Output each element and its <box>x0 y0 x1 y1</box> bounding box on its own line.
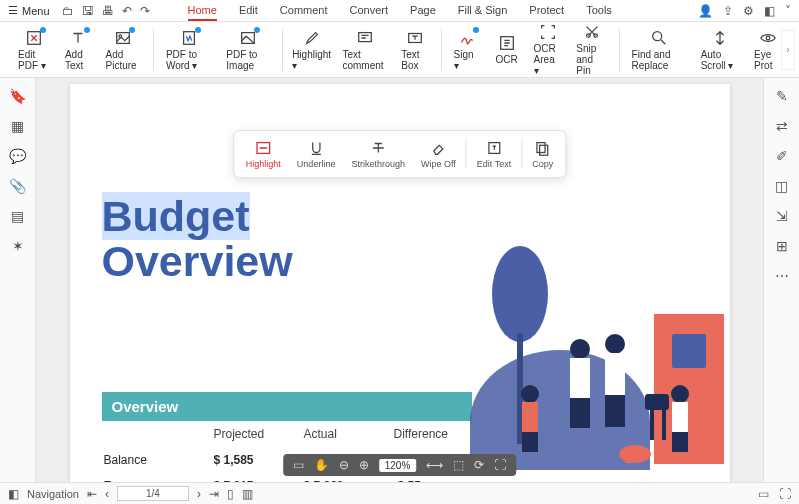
hand-tool-icon[interactable]: ✋ <box>314 458 329 472</box>
svg-rect-27 <box>625 449 631 463</box>
tab-protect[interactable]: Protect <box>529 1 564 21</box>
nav-toggle-icon[interactable]: ◧ <box>8 487 19 501</box>
snip-pin-button[interactable]: Snip and Pin <box>570 19 613 80</box>
fit-width-icon[interactable]: ⟷ <box>426 458 443 472</box>
ocr-button[interactable]: OCR <box>488 30 526 69</box>
svg-rect-30 <box>662 410 666 440</box>
float-strikethrough[interactable]: Strikethrough <box>343 135 413 173</box>
svg-point-17 <box>570 339 590 359</box>
zoom-level[interactable]: 120% <box>379 459 417 472</box>
single-page-icon[interactable]: ▯ <box>227 487 234 501</box>
attachment-icon[interactable]: 📎 <box>9 178 26 194</box>
tab-home[interactable]: Home <box>188 1 217 21</box>
undo-icon[interactable]: ↶ <box>122 4 132 18</box>
view-toolbar: ▭ ✋ ⊖ ⊕ 120% ⟷ ⬚ ⟳ ⛶ <box>283 454 517 476</box>
skin-icon[interactable]: ◧ <box>764 4 775 18</box>
text-box-button[interactable]: Text Box <box>395 25 435 75</box>
main-tabs: Home Edit Comment Convert Page Fill & Si… <box>188 1 612 21</box>
comments-icon[interactable]: 💬 <box>9 148 26 164</box>
col-actual: Actual <box>302 421 392 447</box>
save-icon[interactable]: 🖫 <box>82 4 94 18</box>
left-sidebar: 🔖 ▦ 💬 📎 ▤ ✶ <box>0 78 36 482</box>
crop-icon[interactable]: ◫ <box>775 178 788 194</box>
bookmark-icon[interactable]: 🔖 <box>9 88 26 104</box>
print-icon[interactable]: 🖶 <box>102 4 114 18</box>
tab-fill-sign[interactable]: Fill & Sign <box>458 1 508 21</box>
svg-rect-29 <box>650 410 654 440</box>
redo-icon[interactable]: ↷ <box>140 4 150 18</box>
share-icon[interactable]: ⇪ <box>723 4 733 18</box>
svg-point-10 <box>653 31 662 40</box>
row-label: Expenses <box>102 473 212 482</box>
open-icon[interactable]: 🗀 <box>62 4 74 18</box>
more-icon[interactable]: ⋯ <box>775 268 789 284</box>
tab-convert[interactable]: Convert <box>350 1 389 21</box>
expand-icon[interactable]: ⛶ <box>779 487 791 501</box>
first-page-icon[interactable]: ⇤ <box>87 487 97 501</box>
tab-edit[interactable]: Edit <box>239 1 258 21</box>
svg-rect-16 <box>522 432 538 452</box>
row-label: Balance <box>102 447 212 473</box>
svg-point-20 <box>605 334 625 354</box>
highlight-button[interactable]: Highlight ▾ <box>289 25 335 75</box>
user-icon[interactable]: 👤 <box>698 4 713 18</box>
menu-label: Menu <box>22 5 50 17</box>
layers-icon[interactable]: ▤ <box>11 208 24 224</box>
quick-access: 🗀 🖫 🖶 ↶ ↷ <box>62 4 150 18</box>
collapse-icon[interactable]: ˅ <box>785 4 791 18</box>
page-indicator[interactable]: 1/4 <box>117 486 189 501</box>
add-picture-button[interactable]: Add Picture <box>100 25 148 75</box>
menu-button[interactable]: ☰ Menu <box>8 4 50 17</box>
col-projected: Projected <box>212 421 302 447</box>
select-tool-icon[interactable]: ▭ <box>293 458 304 472</box>
ribbon-scroll-right[interactable]: › <box>781 30 795 70</box>
fit-page-icon[interactable]: ⬚ <box>453 458 464 472</box>
ocr-area-button[interactable]: OCR Area ▾ <box>528 19 569 80</box>
right-sidebar: ✎ ⇄ ✐ ◫ ⇲ ⊞ ⋯ <box>763 78 799 482</box>
edit-pdf-button[interactable]: Edit PDF ▾ <box>12 25 57 75</box>
read-mode-icon[interactable]: ▭ <box>758 487 769 501</box>
svg-rect-22 <box>605 395 625 427</box>
float-highlight[interactable]: Highlight <box>238 135 289 173</box>
people-icon <box>470 244 724 482</box>
thumbnails-icon[interactable]: ▦ <box>11 118 24 134</box>
svg-rect-33 <box>537 143 545 153</box>
last-page-icon[interactable]: ⇥ <box>209 487 219 501</box>
convert-icon[interactable]: ⇄ <box>776 118 788 134</box>
rotate-icon[interactable]: ⟳ <box>474 458 484 472</box>
float-copy[interactable]: Copy <box>524 135 561 173</box>
float-wipe-off[interactable]: Wipe Off <box>413 135 464 173</box>
add-text-button[interactable]: Add Text <box>59 25 98 75</box>
title-bar: ☰ Menu 🗀 🖫 🖶 ↶ ↷ Home Edit Comment Conve… <box>0 0 799 22</box>
selection-toolbar: Highlight Underline Strikethrough Wipe O… <box>233 130 566 178</box>
sign-button[interactable]: Sign ▾ <box>448 25 486 75</box>
prev-page-icon[interactable]: ‹ <box>105 487 109 501</box>
tab-page[interactable]: Page <box>410 1 436 21</box>
zoom-in-icon[interactable]: ⊕ <box>359 458 369 472</box>
pdf-to-word-button[interactable]: PDF to Word ▾ <box>160 25 218 75</box>
fullscreen-icon[interactable]: ⛶ <box>494 458 506 472</box>
next-page-icon[interactable]: › <box>197 487 201 501</box>
edit-icon[interactable]: ✎ <box>776 88 788 104</box>
title-highlighted[interactable]: Budget <box>102 192 250 240</box>
svg-point-14 <box>521 385 539 403</box>
window-controls: 👤 ⇪ ⚙ ◧ ˅ <box>698 4 791 18</box>
continuous-icon[interactable]: ▥ <box>242 487 253 501</box>
stamp-icon[interactable]: ✶ <box>12 238 24 254</box>
find-replace-button[interactable]: Find and Replace <box>626 25 693 75</box>
annotate-icon[interactable]: ✐ <box>776 148 788 164</box>
svg-rect-34 <box>540 145 548 155</box>
svg-point-11 <box>766 36 770 40</box>
compress-icon[interactable]: ⇲ <box>776 208 788 224</box>
settings-icon[interactable]: ⚙ <box>743 4 754 18</box>
zoom-out-icon[interactable]: ⊖ <box>339 458 349 472</box>
text-comment-button[interactable]: Text comment <box>336 25 393 75</box>
auto-scroll-button[interactable]: Auto Scroll ▾ <box>695 25 746 75</box>
tab-comment[interactable]: Comment <box>280 1 328 21</box>
tab-tools[interactable]: Tools <box>586 1 612 21</box>
pdf-to-image-button[interactable]: PDF to Image <box>220 25 276 75</box>
svg-point-26 <box>619 445 651 463</box>
float-underline[interactable]: Underline <box>289 135 344 173</box>
float-edit-text[interactable]: Edit Text <box>469 135 519 173</box>
merge-icon[interactable]: ⊞ <box>776 238 788 254</box>
